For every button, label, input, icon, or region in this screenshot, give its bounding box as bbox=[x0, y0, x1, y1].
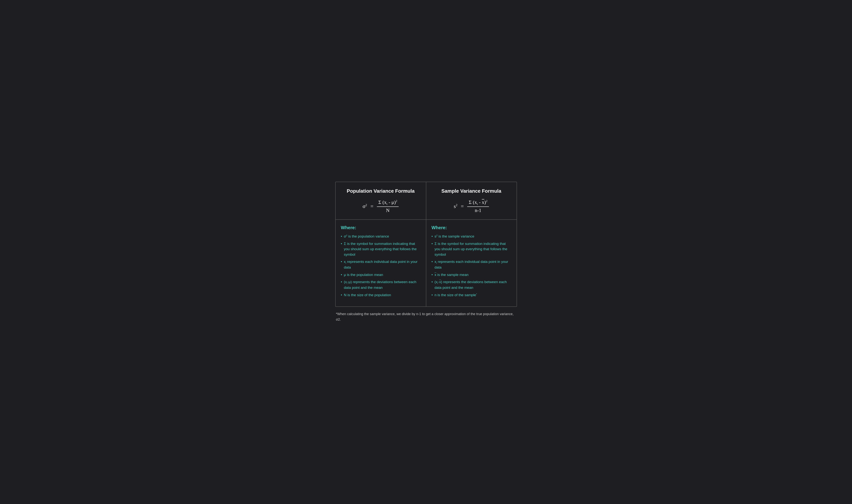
sample-denominator: n-1 bbox=[475, 207, 482, 213]
sample-where-label: Where: bbox=[432, 225, 511, 230]
sample-formula-title: Sample Variance Formula bbox=[441, 188, 501, 194]
sample-where-cell: Where: s2 is the sample variance Σ is th… bbox=[426, 220, 516, 306]
variance-table: Population Variance Formula σ2 = Σ (xi -… bbox=[335, 182, 517, 307]
list-item: (xi-μ) represents the deviations between… bbox=[341, 280, 421, 290]
list-item: Σ is the symbol for summation indicating… bbox=[432, 241, 511, 257]
list-item: Σ is the symbol for summation indicating… bbox=[341, 241, 421, 257]
population-bullet-list: σ2 is the population variance Σ is the s… bbox=[341, 234, 421, 298]
list-item: x is the sample mean bbox=[432, 272, 511, 278]
list-item: xi represents each individual data point… bbox=[341, 259, 421, 270]
population-numerator: Σ (xi - μ)2 bbox=[377, 199, 399, 207]
population-formula-expression: σ2 = Σ (xi - μ)2 N bbox=[363, 199, 399, 213]
list-item: s2 is the sample variance bbox=[432, 234, 511, 239]
list-item: n is the size of the sample* bbox=[432, 292, 511, 298]
population-where-cell: Where: σ2 is the population variance Σ i… bbox=[336, 220, 426, 306]
sample-formula-cell: Sample Variance Formula s2 = Σ (xi - x)2… bbox=[426, 182, 516, 219]
population-lhs: σ2 bbox=[363, 203, 367, 209]
sample-formula-expression: s2 = Σ (xi - x)2 n-1 bbox=[454, 199, 489, 213]
sample-lhs: s2 bbox=[454, 203, 457, 209]
population-equals: = bbox=[370, 203, 374, 209]
population-formula-title: Population Variance Formula bbox=[347, 188, 415, 194]
list-item: μ is the population mean bbox=[341, 272, 421, 278]
formula-row: Population Variance Formula σ2 = Σ (xi -… bbox=[336, 182, 516, 220]
sample-numerator: Σ (xi - x)2 bbox=[467, 199, 489, 207]
list-item: σ2 is the population variance bbox=[341, 234, 421, 239]
page-container: Population Variance Formula σ2 = Σ (xi -… bbox=[335, 182, 517, 322]
sample-equals: = bbox=[461, 203, 464, 209]
list-item: (xi-x) represents the deviations between… bbox=[432, 280, 511, 290]
list-item: xi represents each individual data point… bbox=[432, 259, 511, 270]
sample-bullet-list: s2 is the sample variance Σ is the symbo… bbox=[432, 234, 511, 298]
sample-fraction: Σ (xi - x)2 n-1 bbox=[467, 199, 489, 213]
population-formula-cell: Population Variance Formula σ2 = Σ (xi -… bbox=[336, 182, 426, 219]
population-fraction: Σ (xi - μ)2 N bbox=[377, 199, 399, 213]
footnote: *When calculating the sample variance, w… bbox=[335, 311, 517, 322]
population-denominator: N bbox=[386, 207, 389, 213]
population-where-label: Where: bbox=[341, 225, 421, 230]
list-item: N is the size of the population bbox=[341, 292, 421, 298]
where-row: Where: σ2 is the population variance Σ i… bbox=[336, 220, 516, 306]
